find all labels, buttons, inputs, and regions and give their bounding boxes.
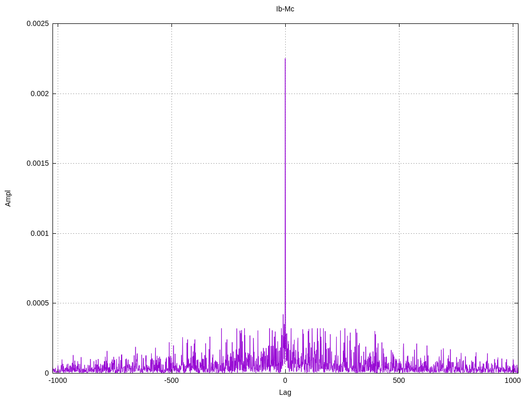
x-tick-label: -500 [164,377,179,384]
y-tick-label: 0.0015 [26,159,49,167]
y-tick-label: 0 [45,369,49,377]
chart-figure: Ib-Mc Lag Ampl -1000-50005001000 00.0005… [0,0,532,399]
x-axis-label: Lag [279,389,291,396]
x-tick-label: -1000 [48,377,67,384]
y-tick-label: 0.002 [31,90,49,97]
x-tick-label: 500 [393,377,405,384]
plot-canvas [0,0,532,399]
x-tick-label: 0 [283,377,287,384]
y-tick-label: 0.001 [31,230,49,237]
x-tick-label: 1000 [504,377,521,384]
y-tick-label: 0.0025 [26,20,49,27]
y-tick-label: 0.0005 [26,299,49,307]
y-axis-label: Ampl [4,190,11,207]
chart-title: Ib-Mc [276,5,295,12]
